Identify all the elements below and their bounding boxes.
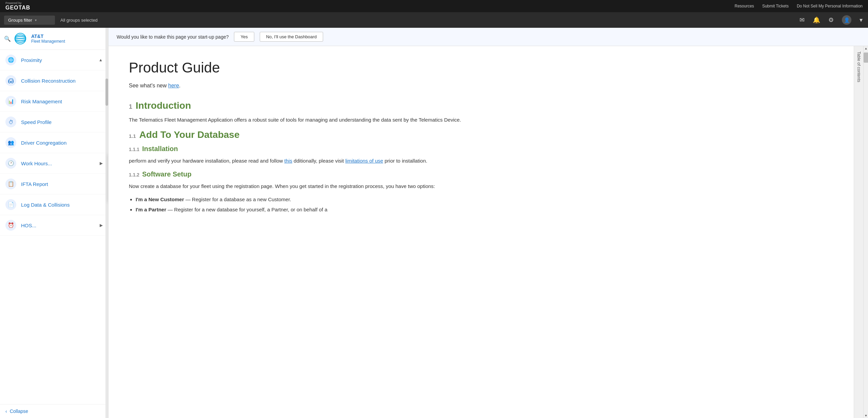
submit-tickets-link[interactable]: Submit Tickets bbox=[762, 4, 789, 8]
sidebar: 🔍 AT&T Fleet Management bbox=[0, 28, 108, 418]
content-wrapper: Product Guide See what's new here. 1 Int… bbox=[108, 46, 868, 418]
workhours-label: Work Hours... bbox=[21, 161, 52, 166]
user-profile-button[interactable]: 👤 bbox=[841, 14, 853, 26]
sidebar-item-proximity[interactable]: 🌐 Proximity ▲ bbox=[0, 50, 108, 70]
product-guide: Product Guide See what's new here. 1 Int… bbox=[129, 60, 833, 214]
filter-bar-actions: ✉ 🔔 ⚙ 👤 ▾ bbox=[798, 14, 864, 26]
scroll-up-arrow[interactable]: ▲ bbox=[864, 46, 868, 51]
hos-chevron-icon: ▶ bbox=[100, 223, 103, 228]
att-logo-svg bbox=[14, 33, 26, 45]
powered-by-text: Powered by GEOTAB bbox=[5, 2, 30, 11]
risk-icon: 📊 bbox=[5, 96, 16, 107]
logdata-icon: 📄 bbox=[5, 199, 16, 210]
proximity-label: Proximity bbox=[21, 57, 42, 63]
bullet-list: I'm a New Customer — Register for a data… bbox=[136, 196, 833, 214]
ifta-label: IFTA Report bbox=[21, 181, 48, 187]
section1-heading: 1 Introduction bbox=[129, 100, 833, 111]
brand-text: AT&T Fleet Management bbox=[31, 34, 65, 44]
svg-point-6 bbox=[11, 81, 13, 83]
sidebar-item-risk[interactable]: 📊 Risk Management bbox=[0, 91, 108, 112]
main-layout: 🔍 AT&T Fleet Management bbox=[0, 28, 868, 418]
startup-question: Would you like to make this page your st… bbox=[117, 34, 229, 40]
sidebar-item-speed[interactable]: ⏱ Speed Profile bbox=[0, 112, 108, 132]
search-icon: 🔍 bbox=[4, 36, 11, 42]
user-avatar: 👤 bbox=[842, 15, 851, 25]
section11-heading: 1.1 Add To Your Database bbox=[129, 129, 833, 140]
workhours-icon: 🕐 bbox=[5, 158, 16, 169]
sidebar-item-driver[interactable]: 👥 Driver Congregation bbox=[0, 132, 108, 153]
driver-label: Driver Congregation bbox=[21, 140, 66, 146]
resources-link[interactable]: Resources bbox=[735, 4, 754, 8]
filter-bar: Groups filter ▾ All groups selected ✉ 🔔 … bbox=[0, 12, 868, 28]
settings-gear-button[interactable]: ⚙ bbox=[827, 15, 835, 25]
speed-label: Speed Profile bbox=[21, 119, 52, 125]
section111-heading: 1.1.1 Installation bbox=[129, 145, 833, 153]
sidebar-nav: 🌐 Proximity ▲ Collision Reconstruction 📊… bbox=[0, 50, 108, 404]
speed-icon: ⏱ bbox=[5, 117, 16, 127]
here-link[interactable]: here bbox=[168, 83, 179, 88]
ifta-icon: 📋 bbox=[5, 179, 16, 189]
toc-label: Table of contents bbox=[856, 51, 861, 82]
bullet-partner: I'm a Partner — Register for a new datab… bbox=[136, 206, 833, 214]
section112-para: Now create a database for your fleet usi… bbox=[129, 182, 833, 190]
sidebar-item-logdata[interactable]: 📄 Log Data & Collisions bbox=[0, 194, 108, 215]
collision-icon bbox=[5, 75, 16, 86]
geotab-logo: Powered by GEOTAB bbox=[5, 2, 30, 11]
content-scrollbar: ▲ ▼ bbox=[863, 46, 868, 418]
groups-filter-label: Groups filter bbox=[8, 18, 32, 23]
sidebar-scrollbar bbox=[105, 28, 108, 418]
risk-label: Risk Management bbox=[21, 99, 62, 104]
no-dashboard-button[interactable]: No, I'll use the Dashboard bbox=[260, 32, 323, 42]
collapse-label: Collapse bbox=[10, 409, 28, 414]
proximity-icon: 🌐 bbox=[5, 55, 16, 65]
limitations-link[interactable]: limitations of use bbox=[345, 158, 383, 164]
section112-heading: 1.1.2 Software Setup bbox=[129, 170, 833, 178]
this-link[interactable]: this bbox=[284, 158, 292, 164]
sidebar-search-row: 🔍 AT&T Fleet Management bbox=[0, 28, 108, 50]
sidebar-item-collision[interactable]: Collision Reconstruction bbox=[0, 70, 108, 91]
sidebar-scrollbar-thumb bbox=[105, 79, 108, 106]
scrollbar-thumb[interactable] bbox=[864, 53, 868, 63]
proximity-scroll-indicator: ▲ bbox=[99, 58, 103, 62]
notification-bell-button[interactable]: 🔔 bbox=[811, 15, 822, 25]
hos-icon: ⏰ bbox=[5, 220, 16, 231]
all-groups-text: All groups selected bbox=[60, 18, 98, 23]
collapse-chevron-icon: ‹ bbox=[5, 409, 7, 414]
startup-prompt: Would you like to make this page your st… bbox=[108, 28, 868, 46]
sidebar-item-ifta[interactable]: 📋 IFTA Report bbox=[0, 174, 108, 194]
logdata-label: Log Data & Collisions bbox=[21, 202, 70, 208]
user-dropdown-chevron[interactable]: ▾ bbox=[858, 15, 864, 25]
collision-label: Collision Reconstruction bbox=[21, 78, 76, 84]
right-panel: Would you like to make this page your st… bbox=[108, 28, 868, 418]
sidebar-item-workhours[interactable]: 🕐 Work Hours... ▶ Time Card Report Work … bbox=[0, 153, 108, 174]
groups-filter-button[interactable]: Groups filter ▾ bbox=[4, 16, 55, 25]
brand-header: AT&T Fleet Management bbox=[14, 32, 104, 45]
groups-filter-chevron-icon: ▾ bbox=[35, 18, 37, 22]
att-logo bbox=[14, 32, 27, 45]
yes-button[interactable]: Yes bbox=[234, 32, 254, 42]
collapse-button[interactable]: ‹ Collapse bbox=[0, 404, 108, 418]
hos-label: HOS... bbox=[21, 223, 36, 228]
driver-icon: 👥 bbox=[5, 137, 16, 148]
workhours-chevron-icon: ▶ bbox=[100, 161, 103, 166]
top-bar-nav: Resources Submit Tickets Do Not Sell My … bbox=[735, 4, 863, 8]
sidebar-item-hos[interactable]: ⏰ HOS... ▶ bbox=[0, 215, 108, 236]
see-whats-new: See what's new here. bbox=[129, 81, 833, 90]
email-icon-button[interactable]: ✉ bbox=[798, 15, 806, 25]
toc-tab[interactable]: Table of contents bbox=[854, 46, 863, 418]
section1-para: The Telematics Fleet Management Applicat… bbox=[129, 116, 833, 124]
product-guide-title: Product Guide bbox=[129, 60, 833, 76]
content-area: Product Guide See what's new here. 1 Int… bbox=[108, 46, 854, 418]
section111-para: perform and verify your hardware install… bbox=[129, 157, 833, 165]
do-not-sell-link[interactable]: Do Not Sell My Personal Information bbox=[797, 4, 863, 8]
scroll-down-arrow[interactable]: ▼ bbox=[864, 413, 868, 418]
svg-point-5 bbox=[8, 81, 11, 83]
top-bar: Powered by GEOTAB Resources Submit Ticke… bbox=[0, 0, 868, 12]
bullet-new-customer: I'm a New Customer — Register for a data… bbox=[136, 196, 833, 204]
